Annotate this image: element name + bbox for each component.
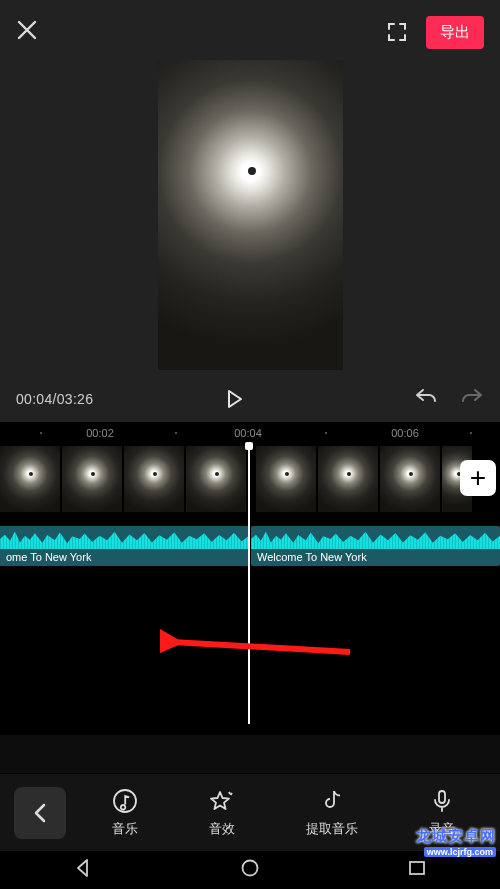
audio-track[interactable]: ome To New York Welcome To New York (0, 526, 500, 566)
music-note-icon (112, 788, 138, 814)
clip-thumbnail[interactable] (124, 446, 184, 512)
waveform (0, 527, 249, 549)
tool-items: 音乐 音效 提取音乐 录音 (76, 788, 500, 838)
video-track[interactable]: + (0, 446, 500, 512)
waveform (251, 527, 500, 549)
tool-sfx[interactable]: 音效 (209, 788, 235, 838)
system-nav-bar (0, 851, 500, 889)
play-icon[interactable] (222, 387, 246, 411)
add-clip-button[interactable]: + (460, 460, 496, 496)
tool-music[interactable]: 音乐 (112, 788, 138, 838)
timeline-area[interactable]: 00:02 00:04 00:06 + ome To New York Welc… (0, 422, 500, 735)
svg-line-0 (172, 642, 350, 652)
preview-area (0, 58, 500, 380)
top-right-group: 导出 (386, 16, 484, 49)
svg-rect-4 (410, 862, 424, 874)
redo-icon[interactable] (460, 387, 484, 411)
preview-canvas[interactable] (158, 60, 343, 370)
microphone-icon (429, 788, 455, 814)
star-sparkle-icon (209, 788, 235, 814)
audio-clip[interactable]: ome To New York (0, 526, 249, 566)
svg-rect-2 (439, 791, 445, 803)
clip-thumbnail[interactable] (318, 446, 378, 512)
tool-label: 录音 (429, 820, 455, 838)
fullscreen-icon[interactable] (386, 21, 408, 43)
tool-label: 提取音乐 (306, 820, 358, 838)
tool-bar: 音乐 音效 提取音乐 录音 (0, 773, 500, 851)
audio-clip[interactable]: Welcome To New York (251, 526, 500, 566)
audio-clip-label: ome To New York (0, 549, 249, 564)
tool-label: 音乐 (112, 820, 138, 838)
tool-extract[interactable]: 提取音乐 (306, 788, 358, 838)
player-controls: 00:04/03:26 (0, 380, 500, 422)
clip-thumbnail[interactable] (380, 446, 440, 512)
tool-label: 音效 (209, 820, 235, 838)
clip-thumbnail[interactable] (0, 446, 60, 512)
export-button[interactable]: 导出 (426, 16, 484, 49)
undo-icon[interactable] (414, 387, 438, 411)
svg-point-3 (242, 861, 257, 876)
top-bar: 导出 (0, 0, 500, 58)
tool-back-button[interactable] (14, 787, 66, 839)
time-ruler[interactable]: 00:02 00:04 00:06 (0, 422, 500, 444)
bottom-area: 音乐 音效 提取音乐 录音 (0, 773, 500, 851)
playhead[interactable] (248, 444, 250, 724)
tiktok-note-icon (319, 788, 345, 814)
time-display: 00:04/03:26 (16, 391, 93, 407)
nav-back-icon[interactable] (72, 857, 94, 883)
close-icon[interactable] (16, 19, 38, 45)
clip-thumbnail[interactable] (186, 446, 246, 512)
nav-home-icon[interactable] (239, 857, 261, 883)
annotation-arrow-icon (160, 622, 360, 682)
ruler-mark: 00:04 (234, 427, 262, 439)
clip-thumbnail[interactable] (62, 446, 122, 512)
audio-clip-label: Welcome To New York (251, 549, 500, 564)
ruler-mark: 00:02 (86, 427, 114, 439)
ruler-mark: 00:06 (391, 427, 419, 439)
tool-record[interactable]: 录音 (429, 788, 455, 838)
clip-thumbnail[interactable] (256, 446, 316, 512)
nav-recent-icon[interactable] (406, 857, 428, 883)
